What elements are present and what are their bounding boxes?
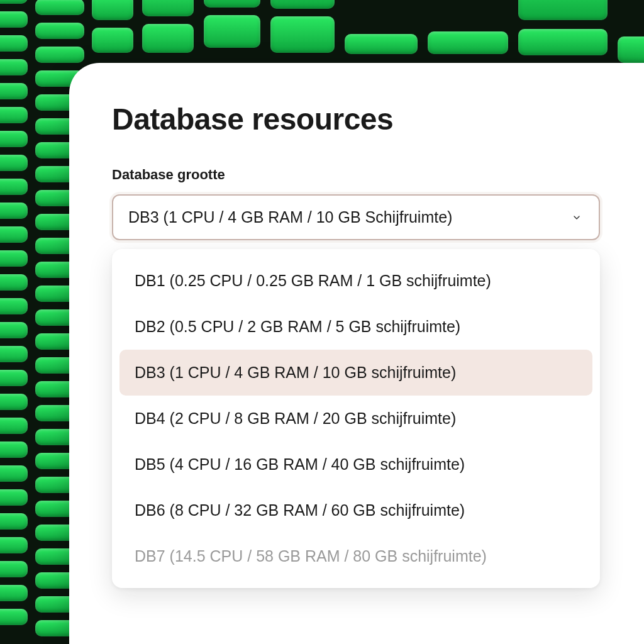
dropdown-option[interactable]: DB5 (4 CPU / 16 GB RAM / 40 GB schijfrui… bbox=[119, 441, 592, 487]
database-resources-card: Database resources Database grootte DB3 … bbox=[69, 63, 644, 644]
database-size-field: Database grootte DB3 (1 CPU / 4 GB RAM /… bbox=[112, 167, 600, 588]
dropdown-option[interactable]: DB3 (1 CPU / 4 GB RAM / 10 GB schijfruim… bbox=[119, 350, 592, 396]
page-title: Database resources bbox=[112, 102, 600, 136]
database-size-dropdown: DB1 (0.25 CPU / 0.25 GB RAM / 1 GB schij… bbox=[112, 249, 600, 588]
dropdown-option[interactable]: DB4 (2 CPU / 8 GB RAM / 20 GB schijfruim… bbox=[119, 396, 592, 441]
database-size-select[interactable]: DB3 (1 CPU / 4 GB RAM / 10 GB Schijfruim… bbox=[112, 194, 600, 240]
chevron-down-icon bbox=[571, 212, 582, 223]
dropdown-option[interactable]: DB2 (0.5 CPU / 2 GB RAM / 5 GB schijfrui… bbox=[119, 304, 592, 350]
select-value: DB3 (1 CPU / 4 GB RAM / 10 GB Schijfruim… bbox=[128, 208, 452, 226]
field-label: Database grootte bbox=[112, 167, 600, 183]
dropdown-option[interactable]: DB1 (0.25 CPU / 0.25 GB RAM / 1 GB schij… bbox=[119, 258, 592, 304]
dropdown-option[interactable]: DB6 (8 CPU / 32 GB RAM / 60 GB schijfrui… bbox=[119, 487, 592, 533]
dropdown-option: DB7 (14.5 CPU / 58 GB RAM / 80 GB schijf… bbox=[119, 533, 592, 579]
